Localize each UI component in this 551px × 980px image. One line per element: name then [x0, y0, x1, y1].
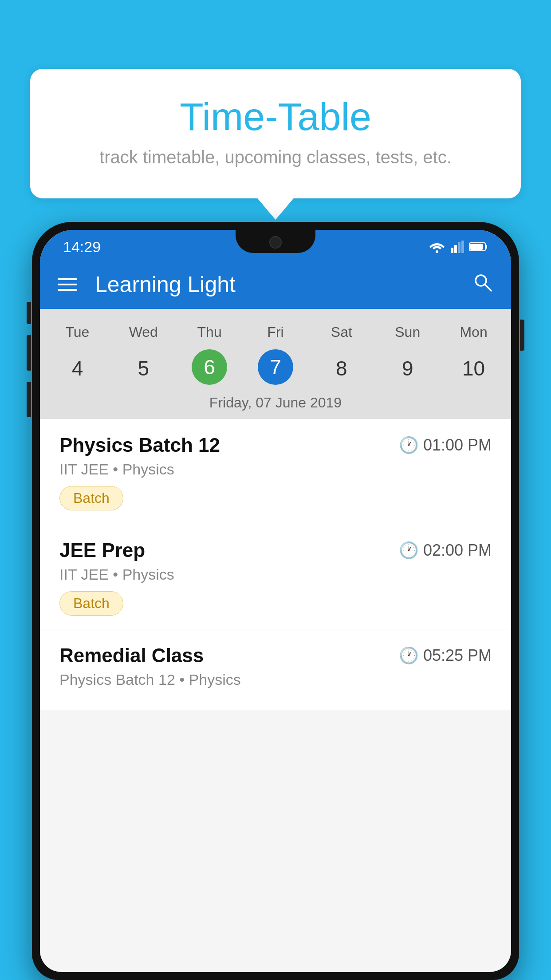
date-4[interactable]: 4 — [44, 349, 110, 387]
tooltip-subtitle: track timetable, upcoming classes, tests… — [57, 147, 494, 167]
day-label-fri: Fri — [243, 320, 309, 345]
day-label-thu: Thu — [177, 320, 243, 345]
status-icons — [429, 241, 488, 253]
schedule-item-2-meta: IIT JEE • Physics — [59, 566, 492, 583]
schedule-item-3-meta: Physics Batch 12 • Physics — [59, 671, 492, 688]
day-label-sat: Sat — [308, 320, 374, 345]
clock-icon-1: 🕐 — [399, 436, 419, 454]
day-label-sun: Sun — [374, 320, 441, 345]
clock-icon-2: 🕐 — [399, 541, 419, 560]
front-camera — [269, 236, 282, 249]
power-button — [520, 320, 524, 351]
svg-rect-6 — [485, 245, 487, 249]
notch — [236, 230, 315, 253]
search-button[interactable] — [472, 272, 493, 297]
date-9[interactable]: 9 — [374, 349, 441, 387]
schedule-item-1-name: Physics Batch 12 — [59, 434, 220, 456]
volume-down-button — [27, 335, 31, 371]
svg-rect-2 — [454, 245, 457, 253]
day-label-tue: Tue — [44, 320, 110, 345]
hamburger-line-2 — [58, 284, 77, 285]
svg-rect-7 — [470, 244, 483, 250]
day-label-wed: Wed — [110, 320, 177, 345]
clock-icon-3: 🕐 — [399, 646, 419, 665]
app-title: Learning Light — [95, 272, 454, 297]
volume-up-button — [27, 302, 31, 324]
date-10[interactable]: 10 — [441, 349, 507, 387]
calendar-strip: Tue Wed Thu Fri Sat Sun Mon 4 5 6 7 8 9 … — [40, 309, 511, 419]
schedule-item-2[interactable]: JEE Prep 🕐 02:00 PM IIT JEE • Physics Ba… — [40, 524, 511, 629]
schedule-item-3-time: 🕐 05:25 PM — [399, 646, 492, 665]
schedule-item-3-name: Remedial Class — [59, 644, 204, 667]
svg-rect-4 — [461, 241, 464, 253]
svg-rect-1 — [451, 248, 453, 253]
schedule-item-2-time: 🕐 02:00 PM — [399, 541, 492, 560]
schedule-item-1-time: 🕐 01:00 PM — [399, 436, 492, 454]
schedule-item-3-header: Remedial Class 🕐 05:25 PM — [59, 644, 492, 667]
days-row: Tue Wed Thu Fri Sat Sun Mon — [40, 320, 511, 345]
wifi-icon — [429, 241, 445, 253]
schedule-list: Physics Batch 12 🕐 01:00 PM IIT JEE • Ph… — [40, 419, 511, 710]
date-5[interactable]: 5 — [110, 349, 177, 387]
signal-icon — [451, 241, 464, 253]
date-6-today[interactable]: 6 — [192, 349, 227, 385]
hamburger-line-3 — [58, 289, 77, 291]
selected-date-label: Friday, 07 June 2019 — [40, 387, 511, 419]
schedule-item-1-header: Physics Batch 12 🕐 01:00 PM — [59, 434, 492, 456]
tooltip-card: Time-Table track timetable, upcoming cla… — [30, 69, 521, 198]
phone-screen: 14:29 — [40, 230, 511, 972]
schedule-item-1-meta: IIT JEE • Physics — [59, 461, 492, 478]
status-time: 14:29 — [63, 238, 101, 256]
schedule-item-1[interactable]: Physics Batch 12 🕐 01:00 PM IIT JEE • Ph… — [40, 419, 511, 524]
day-label-mon: Mon — [441, 320, 507, 345]
phone-frame: 14:29 — [32, 222, 519, 980]
batch-badge-2: Batch — [59, 591, 123, 616]
batch-badge-1: Batch — [59, 486, 123, 510]
dates-row: 4 5 6 7 8 9 10 — [40, 345, 511, 387]
menu-button[interactable] — [58, 278, 77, 291]
app-bar: Learning Light — [40, 260, 511, 309]
schedule-item-3[interactable]: Remedial Class 🕐 05:25 PM Physics Batch … — [40, 629, 511, 710]
svg-rect-3 — [458, 242, 460, 253]
silent-button — [27, 382, 31, 417]
schedule-item-2-header: JEE Prep 🕐 02:00 PM — [59, 539, 492, 561]
battery-icon — [469, 242, 488, 252]
schedule-item-2-name: JEE Prep — [59, 539, 145, 561]
hamburger-line-1 — [58, 278, 77, 280]
svg-line-9 — [485, 285, 491, 291]
date-7-selected[interactable]: 7 — [258, 349, 293, 385]
svg-point-0 — [436, 250, 438, 253]
tooltip-title: Time-Table — [57, 95, 494, 138]
date-8[interactable]: 8 — [308, 349, 374, 387]
